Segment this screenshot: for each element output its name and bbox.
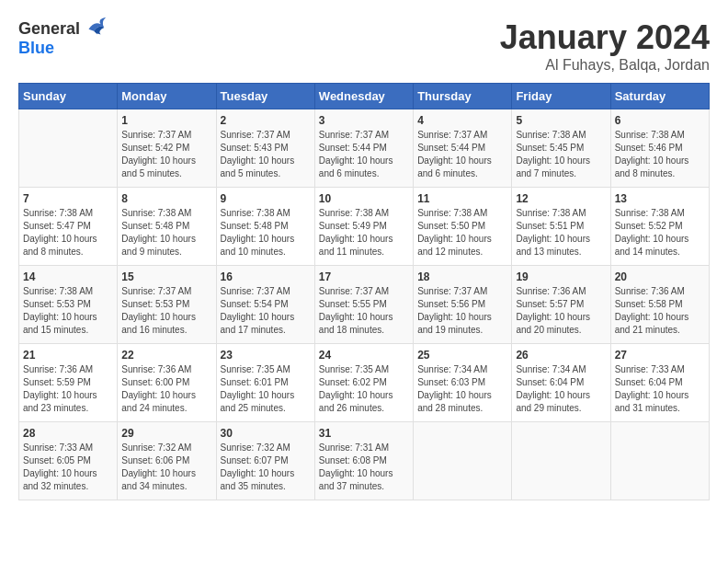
calendar-cell bbox=[610, 422, 709, 500]
day-number: 12 bbox=[516, 192, 606, 205]
day-number: 23 bbox=[221, 349, 311, 362]
calendar-cell: 29Sunrise: 7:32 AMSunset: 6:06 PMDayligh… bbox=[118, 422, 216, 500]
logo-bird-icon bbox=[82, 14, 108, 40]
calendar-cell bbox=[19, 109, 118, 188]
day-number: 1 bbox=[121, 114, 211, 127]
day-number: 11 bbox=[417, 192, 507, 205]
calendar-cell: 15Sunrise: 7:37 AMSunset: 5:53 PMDayligh… bbox=[118, 266, 216, 344]
day-info: Sunrise: 7:38 AMSunset: 5:49 PMDaylight:… bbox=[319, 207, 409, 259]
calendar-week-row: 14Sunrise: 7:38 AMSunset: 5:53 PMDayligh… bbox=[19, 266, 710, 344]
day-info: Sunrise: 7:38 AMSunset: 5:48 PMDaylight:… bbox=[221, 207, 311, 259]
title-area: January 2024 Al Fuhays, Balqa, Jordan bbox=[500, 18, 710, 74]
calendar-cell: 17Sunrise: 7:37 AMSunset: 5:55 PMDayligh… bbox=[314, 266, 413, 344]
header-row: Sunday Monday Tuesday Wednesday Thursday… bbox=[19, 84, 710, 109]
calendar-header: Sunday Monday Tuesday Wednesday Thursday… bbox=[19, 84, 710, 109]
calendar-cell: 21Sunrise: 7:36 AMSunset: 5:59 PMDayligh… bbox=[19, 344, 118, 422]
header-friday: Friday bbox=[512, 84, 610, 109]
calendar-week-row: 7Sunrise: 7:38 AMSunset: 5:47 PMDaylight… bbox=[19, 188, 710, 266]
calendar-cell: 31Sunrise: 7:31 AMSunset: 6:08 PMDayligh… bbox=[314, 422, 413, 500]
calendar-cell: 12Sunrise: 7:38 AMSunset: 5:51 PMDayligh… bbox=[512, 188, 610, 266]
calendar-cell: 23Sunrise: 7:35 AMSunset: 6:01 PMDayligh… bbox=[216, 344, 314, 422]
day-info: Sunrise: 7:33 AMSunset: 6:05 PMDaylight:… bbox=[23, 442, 113, 493]
calendar-cell: 28Sunrise: 7:33 AMSunset: 6:05 PMDayligh… bbox=[19, 422, 118, 500]
calendar-cell: 13Sunrise: 7:38 AMSunset: 5:52 PMDayligh… bbox=[610, 188, 709, 266]
day-info: Sunrise: 7:35 AMSunset: 6:02 PMDaylight:… bbox=[319, 363, 409, 415]
day-number: 13 bbox=[615, 192, 705, 205]
day-number: 17 bbox=[319, 270, 409, 283]
calendar-week-row: 28Sunrise: 7:33 AMSunset: 6:05 PMDayligh… bbox=[19, 422, 710, 500]
day-info: Sunrise: 7:38 AMSunset: 5:53 PMDaylight:… bbox=[23, 285, 113, 337]
calendar-cell: 4Sunrise: 7:37 AMSunset: 5:44 PMDaylight… bbox=[414, 109, 512, 188]
calendar-cell: 3Sunrise: 7:37 AMSunset: 5:44 PMDaylight… bbox=[314, 109, 413, 188]
day-info: Sunrise: 7:36 AMSunset: 5:59 PMDaylight:… bbox=[23, 363, 113, 415]
calendar-cell: 10Sunrise: 7:38 AMSunset: 5:49 PMDayligh… bbox=[314, 188, 413, 266]
header-sunday: Sunday bbox=[19, 84, 118, 109]
day-number: 7 bbox=[23, 192, 113, 205]
location-text: Al Fuhays, Balqa, Jordan bbox=[500, 57, 710, 74]
calendar-cell: 25Sunrise: 7:34 AMSunset: 6:03 PMDayligh… bbox=[414, 344, 512, 422]
day-info: Sunrise: 7:33 AMSunset: 6:04 PMDaylight:… bbox=[615, 363, 705, 415]
day-info: Sunrise: 7:38 AMSunset: 5:47 PMDaylight:… bbox=[23, 207, 113, 259]
day-info: Sunrise: 7:35 AMSunset: 6:01 PMDaylight:… bbox=[221, 363, 311, 415]
calendar-cell: 9Sunrise: 7:38 AMSunset: 5:48 PMDaylight… bbox=[216, 188, 314, 266]
day-number: 2 bbox=[221, 114, 311, 127]
day-number: 25 bbox=[417, 349, 507, 362]
calendar-week-row: 1Sunrise: 7:37 AMSunset: 5:42 PMDaylight… bbox=[19, 109, 710, 188]
day-number: 24 bbox=[319, 349, 409, 362]
logo-blue-text: Blue bbox=[18, 40, 108, 58]
day-number: 8 bbox=[121, 192, 211, 205]
day-info: Sunrise: 7:36 AMSunset: 6:00 PMDaylight:… bbox=[121, 363, 211, 415]
calendar-cell: 30Sunrise: 7:32 AMSunset: 6:07 PMDayligh… bbox=[216, 422, 314, 500]
calendar-cell: 27Sunrise: 7:33 AMSunset: 6:04 PMDayligh… bbox=[610, 344, 709, 422]
day-number: 22 bbox=[121, 349, 211, 362]
day-info: Sunrise: 7:34 AMSunset: 6:04 PMDaylight:… bbox=[516, 363, 606, 415]
calendar-cell: 8Sunrise: 7:38 AMSunset: 5:48 PMDaylight… bbox=[118, 188, 216, 266]
day-info: Sunrise: 7:36 AMSunset: 5:58 PMDaylight:… bbox=[615, 285, 705, 337]
day-info: Sunrise: 7:31 AMSunset: 6:08 PMDaylight:… bbox=[319, 442, 409, 493]
day-number: 3 bbox=[319, 114, 409, 127]
day-number: 31 bbox=[319, 427, 409, 440]
day-info: Sunrise: 7:38 AMSunset: 5:51 PMDaylight:… bbox=[516, 207, 606, 259]
calendar-cell: 1Sunrise: 7:37 AMSunset: 5:42 PMDaylight… bbox=[118, 109, 216, 188]
header-wednesday: Wednesday bbox=[314, 84, 413, 109]
day-number: 14 bbox=[23, 270, 113, 283]
day-info: Sunrise: 7:37 AMSunset: 5:44 PMDaylight:… bbox=[417, 129, 507, 180]
day-info: Sunrise: 7:34 AMSunset: 6:03 PMDaylight:… bbox=[417, 363, 507, 415]
day-info: Sunrise: 7:37 AMSunset: 5:43 PMDaylight:… bbox=[221, 129, 311, 180]
day-number: 10 bbox=[319, 192, 409, 205]
calendar-cell: 16Sunrise: 7:37 AMSunset: 5:54 PMDayligh… bbox=[216, 266, 314, 344]
day-number: 16 bbox=[221, 270, 311, 283]
page-header: General Blue January 2024 Al Fuhays, Bal… bbox=[18, 18, 710, 74]
calendar-cell bbox=[512, 422, 610, 500]
calendar-cell: 24Sunrise: 7:35 AMSunset: 6:02 PMDayligh… bbox=[314, 344, 413, 422]
calendar-cell: 20Sunrise: 7:36 AMSunset: 5:58 PMDayligh… bbox=[610, 266, 709, 344]
day-number: 6 bbox=[615, 114, 705, 127]
logo-general-text: General bbox=[18, 20, 80, 39]
day-number: 26 bbox=[516, 349, 606, 362]
calendar-cell: 2Sunrise: 7:37 AMSunset: 5:43 PMDaylight… bbox=[216, 109, 314, 188]
calendar-cell: 7Sunrise: 7:38 AMSunset: 5:47 PMDaylight… bbox=[19, 188, 118, 266]
day-info: Sunrise: 7:37 AMSunset: 5:55 PMDaylight:… bbox=[319, 285, 409, 337]
day-info: Sunrise: 7:37 AMSunset: 5:54 PMDaylight:… bbox=[221, 285, 311, 337]
month-title: January 2024 bbox=[500, 18, 710, 57]
day-number: 19 bbox=[516, 270, 606, 283]
day-info: Sunrise: 7:37 AMSunset: 5:53 PMDaylight:… bbox=[121, 285, 211, 337]
header-thursday: Thursday bbox=[414, 84, 512, 109]
day-info: Sunrise: 7:36 AMSunset: 5:57 PMDaylight:… bbox=[516, 285, 606, 337]
calendar-cell: 22Sunrise: 7:36 AMSunset: 6:00 PMDayligh… bbox=[118, 344, 216, 422]
calendar-cell: 6Sunrise: 7:38 AMSunset: 5:46 PMDaylight… bbox=[610, 109, 709, 188]
header-saturday: Saturday bbox=[610, 84, 709, 109]
day-info: Sunrise: 7:38 AMSunset: 5:45 PMDaylight:… bbox=[516, 129, 606, 180]
day-info: Sunrise: 7:38 AMSunset: 5:48 PMDaylight:… bbox=[121, 207, 211, 259]
day-number: 5 bbox=[516, 114, 606, 127]
day-info: Sunrise: 7:32 AMSunset: 6:07 PMDaylight:… bbox=[221, 442, 311, 493]
calendar-cell: 5Sunrise: 7:38 AMSunset: 5:45 PMDaylight… bbox=[512, 109, 610, 188]
day-info: Sunrise: 7:38 AMSunset: 5:50 PMDaylight:… bbox=[417, 207, 507, 259]
logo-text: General Blue bbox=[18, 18, 108, 58]
day-number: 21 bbox=[23, 349, 113, 362]
day-info: Sunrise: 7:38 AMSunset: 5:46 PMDaylight:… bbox=[615, 129, 705, 180]
calendar-cell: 18Sunrise: 7:37 AMSunset: 5:56 PMDayligh… bbox=[414, 266, 512, 344]
header-tuesday: Tuesday bbox=[216, 84, 314, 109]
calendar-cell: 14Sunrise: 7:38 AMSunset: 5:53 PMDayligh… bbox=[19, 266, 118, 344]
calendar-cell: 26Sunrise: 7:34 AMSunset: 6:04 PMDayligh… bbox=[512, 344, 610, 422]
